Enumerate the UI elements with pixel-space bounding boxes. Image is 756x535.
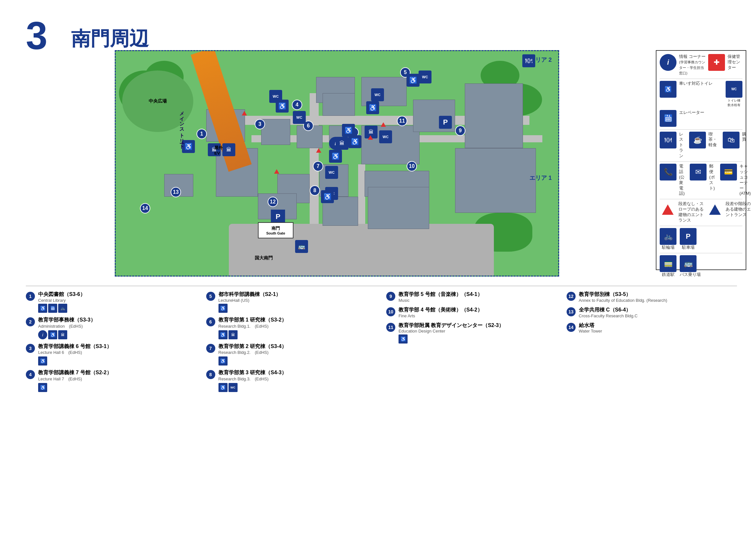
legend-sep-3: [660, 161, 742, 162]
bld-icon-map-2: 🏛: [222, 143, 235, 156]
legend-restaurant-icon: 🍽: [660, 132, 677, 149]
legend-col-1: 1 中央図書館（S3-6） Central Library ♿ 🛗 🚲 2 教育…: [26, 291, 197, 396]
icon-bld-2: 🏛: [58, 330, 67, 339]
pin-11: 11: [397, 116, 407, 126]
page-number: 3: [26, 16, 47, 55]
legend-info-1: 中央図書館（S3-6） Central Library ♿ 🛗 🚲: [38, 291, 197, 313]
pin-14: 14: [140, 203, 150, 213]
bldg-name-en-4: Lecture Hall 7 (EdHS): [38, 376, 197, 382]
legend-item-7: 7 教育学部第 2 研究棟（S3-4） Research Bldg.2. (Ed…: [206, 343, 377, 366]
parking-map-1: P: [439, 116, 452, 129]
icon-wheelchair-5: ♿: [219, 304, 228, 313]
legend-item-6: 6 教育学部第 1 研究棟（S3-2） Research Bldg.1. (Ed…: [206, 317, 377, 339]
legend-bus-text: バス乗り場: [680, 272, 701, 277]
pin-13: 13: [171, 187, 181, 197]
legend-item-10: 10 教育学部 4 号館（美術棟）（S4-2） Fine Arts: [386, 307, 557, 318]
legend-elevator-icon: 🛗: [660, 110, 677, 127]
icon-info-2: i: [38, 330, 47, 339]
legend-row-triangles: 段差なし・スロープのある建物のエントランス 段差や階段のある建物のエントランス: [660, 201, 742, 223]
legend-item-8: 8 教育学部第 3 研究棟（S4-3） Research Bldg.3. (Ed…: [206, 369, 377, 392]
legend-num-2: 2: [26, 317, 35, 326]
legend-phone-text: 電話(公衆電話): [679, 164, 685, 196]
wc-map-4: WC: [418, 70, 431, 83]
bldg-name-jp-5: 都市科学部講義棟（S2-1）: [219, 291, 377, 298]
entrance-red-1: [242, 111, 247, 116]
legend-info-2: 教育学部事務棟（S3-3） Administration (EdHS) i ♿ …: [38, 317, 197, 339]
bld-icon-map-3: 🏛: [336, 137, 348, 150]
bldg-name-jp-9: 教育学部 5 号館（音楽棟）（S4-1）: [398, 291, 557, 298]
legend-item-13: 13 全学共用棟 C（S6-4） Cross-Faculty Research …: [567, 307, 737, 318]
south-gate: 南門 South Gate: [258, 222, 293, 239]
bldg-name-en-3: Lecture Hall 6 (EdHS): [38, 350, 197, 355]
main-street-label: メインストリート: [179, 108, 185, 146]
wheelchair-map-6: ♿: [348, 135, 361, 148]
legend-num-8: 8: [206, 370, 215, 379]
bldg-name-en-12: Annex to Faculty of Education Bldg. (Res…: [579, 298, 737, 303]
legend-blue-triangle: [709, 205, 721, 215]
icon-elevator-1: 🛗: [48, 304, 57, 313]
legend-info-10: 教育学部 4 号館（美術棟）（S4-2） Fine Arts: [398, 307, 557, 318]
legend-num-11: 11: [386, 323, 395, 332]
pin-9: 9: [455, 126, 466, 136]
legend-restaurant-text: レストラン: [679, 132, 683, 159]
wheelchair-map-4: ♿: [407, 74, 419, 87]
legend-mail-text: 郵便(ポスト): [709, 164, 715, 191]
entrance-red-5: [274, 169, 279, 174]
legend-item-5: 5 都市科学部講義棟（S2-1） LectureHall (US) ♿: [206, 291, 377, 313]
bldg-name-en-14: Water Tower: [579, 329, 737, 333]
bldg-icons-4: ♿: [38, 383, 197, 392]
pin-4: 4: [292, 99, 302, 110]
legend-row-info: i 情報 コーナー(学習事務カウンター・学生担当窓口) ✚ 保健管理センター: [660, 54, 742, 76]
legend-sep-1: [660, 79, 742, 79]
bldg-name-en-5: LectureHall (US): [219, 298, 377, 303]
bus-stop-icon: 🚌: [295, 240, 308, 253]
legend-bike-parking-icon: 🚲: [660, 228, 677, 245]
legend-blue-triangle-text: 段差や階段のある建物のエントランス: [726, 201, 751, 218]
legend-num-5: 5: [206, 292, 215, 301]
bldg-name-jp-14: 給水塔: [579, 322, 737, 329]
legend-col-3: 9 教育学部 5 号館（音楽棟）（S4-1） Music 10 教育学部 4 号…: [386, 291, 557, 396]
legend-wc-text-icon: WC: [726, 81, 742, 98]
wc-map-2: WC: [293, 111, 306, 124]
legend-car-parking-icon: P: [680, 228, 696, 245]
legend-info-14: 給水塔 Water Tower: [579, 322, 737, 334]
legend-sep-4: [660, 199, 742, 199]
legend-num-13: 13: [567, 307, 576, 316]
legend-num-4: 4: [26, 370, 35, 379]
legend-atm-icon: 💳: [720, 164, 737, 181]
legend-row-transit: 🚃 鉄道駅 🚌 バス乗り場: [660, 255, 742, 277]
wheelchair-map-2: ♿: [276, 99, 289, 113]
legend-item-3: 3 教育学部講義棟 6 号館（S3-1） Lecture Hall 6 (EdH…: [26, 343, 197, 366]
bldg-name-jp-2: 教育学部事務棟（S3-3）: [38, 317, 197, 324]
map-legend: i 情報 コーナー(学習事務カウンター・学生担当窓口) ✚ 保健管理センター ♿…: [656, 50, 746, 270]
icon-wheelchair-3: ♿: [38, 356, 47, 366]
area2-label: エリア 2: [529, 56, 552, 64]
bldg-name-jp-6: 教育学部第 1 研究棟（S3-2）: [219, 317, 377, 324]
legend-info-6: 教育学部第 1 研究棟（S3-2） Research Bldg.1. (EdHS…: [219, 317, 377, 339]
legend-col-2: 5 都市科学部講義棟（S2-1） LectureHall (US) ♿ 6 教育…: [206, 291, 377, 396]
kokudai-label: 国大南門: [255, 255, 273, 261]
legend-row-restaurant: 🍽 レストラン ☕ 喫茶・軽食 🛍 購買: [660, 132, 742, 159]
bldg-name-jp-8: 教育学部第 3 研究棟（S4-3）: [219, 369, 377, 376]
legend-red-triangle: [662, 205, 674, 215]
legend-sep-5: [660, 226, 742, 226]
icon-wheelchair-8: ♿: [219, 383, 228, 392]
icon-wheelchair-11: ♿: [398, 334, 408, 344]
icon-wc-8: WC: [229, 383, 237, 392]
legend-info-13: 全学共用棟 C（S6-4） Cross-Faculty Research Bld…: [579, 307, 737, 318]
legend-elevator-text: エレベーター: [679, 110, 704, 116]
legend-num-6: 6: [206, 317, 215, 326]
bldg-name-en-7: Research Bldg.2. (EdHS): [219, 350, 377, 355]
building-9: [368, 187, 429, 229]
wheelchair-map-8: ♿: [321, 190, 334, 203]
bldg-name-jp-7: 教育学部第 2 研究棟（S3-4）: [219, 343, 377, 350]
building-mid-1: [323, 93, 355, 116]
legend-info-11: 教育学部附属 教育デザインセンター（S2-3） Education Design…: [398, 322, 557, 344]
legend-col-4: 12 教育学部別棟（S3-5） Annex to Faculty of Educ…: [567, 291, 737, 396]
legend-atm-text: キャッシュコーナー(ATM): [740, 164, 751, 196]
legend-sep-2: [660, 129, 742, 130]
bldg-icons-2: i ♿ 🏛: [38, 330, 197, 339]
legend-wc-text: 車いす対応トイレ: [679, 81, 713, 86]
icon-bld-6: 🏛: [229, 330, 237, 339]
bldg-icons-1: ♿ 🛗 🚲: [38, 304, 197, 313]
